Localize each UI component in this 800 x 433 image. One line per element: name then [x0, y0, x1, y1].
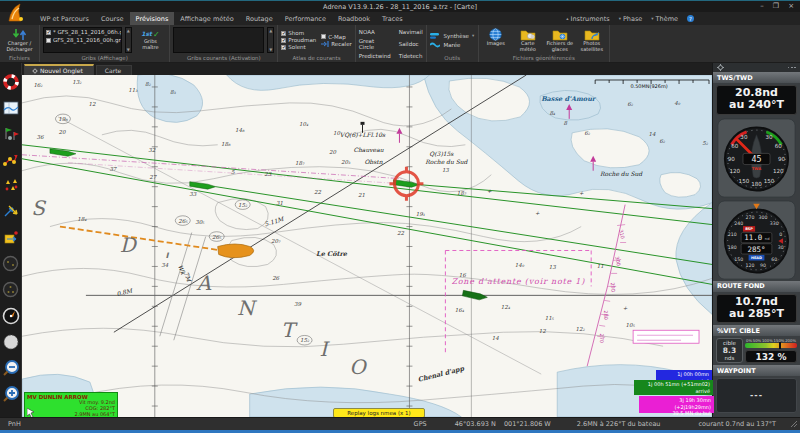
menu-tabs: WP et Parcours Course Prévisions Afficha… [34, 12, 409, 25]
svg-text:Zone d'attente (voir note 1): Zone d'attente (voir note 1) [451, 277, 585, 286]
waypoint-value: --- [716, 378, 797, 413]
marks-cluster-icon[interactable] [1, 175, 21, 196]
pan-tool-icon[interactable] [1, 331, 21, 352]
recaler-button[interactable]: Recaler [321, 41, 352, 47]
titlebar: Adrena V13.9.1.26 - 28_11_2016_a.trz - [… [0, 1, 800, 12]
scroll-down-icon[interactable]: ▼ [269, 47, 272, 52]
instrument-dial-icon[interactable] [1, 253, 21, 274]
zoom-in-button[interactable] [1, 383, 21, 404]
svg-text:Q(3)15s: Q(3)15s [429, 150, 454, 157]
maree-button[interactable]: Marée [430, 42, 474, 48]
group-label-gribs-affichage: Gribs (Affichage) [40, 55, 169, 62]
recaler-icon [321, 41, 329, 47]
svg-text:20: 20 [58, 129, 65, 135]
svg-text:18₄: 18₄ [77, 216, 87, 222]
gribs-list-scrollbar[interactable]: ▲▼ [125, 27, 131, 53]
menu-tab-routage[interactable]: Routage [240, 12, 279, 25]
svg-text:14₉: 14₉ [515, 262, 525, 268]
checkbox-checked-icon[interactable] [46, 30, 51, 35]
status-mode: PnH [8, 420, 21, 428]
checkbox-checked-icon[interactable] [281, 45, 286, 50]
svg-text:90: 90 [760, 263, 766, 268]
boat-track [60, 227, 222, 251]
checkbox-checked-icon[interactable] [281, 31, 286, 36]
chart-map-icon[interactable] [1, 97, 21, 118]
gribs-maitre-button[interactable]: 1st ✓ Gribs maître [135, 30, 167, 51]
charger-decharger-button[interactable]: Charger / Décharger [3, 28, 36, 53]
grib-item-00h[interactable]: GFS_28_11_2016_00h.grib2 [44, 36, 121, 44]
close-button[interactable]: × [788, 1, 794, 12]
menu-tab-traces[interactable]: Traces [376, 12, 409, 25]
menu-tab-roadbook[interactable]: Roadbook [332, 12, 376, 25]
theme-menu[interactable]: ▾Thème [651, 15, 678, 23]
nautical-chart[interactable]: 16₂13₂8₂11₃8₃1220363237273318₄3430₅3120₇… [22, 75, 712, 417]
group-gribs-courants: ▲▼ Gribs courants (Activation) [170, 25, 278, 62]
ribbon: Charger / Décharger Fichiers * GFS_28_11… [0, 25, 800, 63]
phase-menu[interactable]: ▾Phase [619, 15, 643, 23]
new-tab-icon [32, 68, 38, 74]
chart-area[interactable]: 16₂13₂8₂11₃8₃1220363237273318₄3430₅3120₇… [22, 75, 712, 417]
mob-lifebuoy-icon[interactable] [1, 71, 21, 92]
resize-grip-icon[interactable] [790, 420, 798, 428]
svg-text:12₂: 12₂ [576, 326, 586, 332]
checkbox-icon[interactable] [321, 34, 326, 39]
group-outils: Synthèse▾ Marée Outils [427, 25, 479, 62]
fournisseur-saildoc[interactable]: Saildoc [399, 41, 423, 47]
help-button[interactable]: ? [687, 15, 694, 22]
svg-text:14: 14 [649, 131, 656, 137]
check-solent[interactable]: Solent [281, 44, 316, 50]
start-line-icon[interactable] [1, 123, 21, 144]
own-boat[interactable] [218, 244, 254, 258]
grib-item-06h[interactable]: * GFS_28_11_2016_06h.grib2 [44, 28, 121, 36]
svg-text:A: A [196, 271, 212, 295]
images-button[interactable]: Images [482, 28, 510, 47]
carte-meteo-button[interactable]: Carte météo [514, 28, 542, 52]
svg-text:22: 22 [397, 230, 404, 236]
eta-box-magenta: 3j 19h 30mn (+2j19h29mn)39.5 MN du but [639, 396, 714, 413]
scroll-up-icon[interactable]: ▲ [269, 28, 272, 33]
fournisseur-predictwind[interactable]: Predictwind [359, 53, 391, 59]
instrument-dial2-icon[interactable] [1, 279, 21, 300]
menu-tab-affichage-meteo[interactable]: Affichage météo [174, 12, 239, 25]
synthese-button[interactable]: Synthèse▾ [430, 33, 474, 39]
tab-nouvel-onglet[interactable]: Nouvel Onglet [24, 64, 94, 75]
route-fond-label: ROUTE FOND [713, 281, 800, 292]
svg-text:270: 270 [599, 333, 605, 342]
check-cmap[interactable]: C-Map [321, 34, 352, 40]
svg-text:19₈: 19₈ [58, 116, 68, 122]
route-marks-icon[interactable] [1, 149, 21, 170]
svg-text:11₃: 11₃ [128, 87, 138, 93]
gribs-list[interactable]: * GFS_28_11_2016_06h.grib2 GFS_28_11_201… [43, 27, 122, 53]
maximize-button[interactable]: ❐ [773, 1, 779, 12]
menu-tab-wp-et-parcours[interactable]: WP et Parcours [34, 12, 95, 25]
gear-icon[interactable] [717, 64, 724, 71]
checkbox-icon[interactable] [46, 38, 51, 43]
checkbox-checked-icon[interactable] [281, 38, 286, 43]
gribs-courants-list[interactable] [173, 27, 264, 53]
menu-tab-previsions[interactable]: Prévisions [130, 12, 175, 25]
instruments-menu[interactable]: ▴Instruments [566, 15, 609, 23]
scroll-up-icon[interactable]: ▲ [127, 28, 130, 33]
gribs-courants-scrollbar[interactable]: ▲▼ [267, 27, 274, 53]
wind-arrows-icon[interactable] [1, 201, 21, 222]
menu-tab-performance[interactable]: Performance [279, 12, 332, 25]
svg-text:120: 120 [773, 168, 784, 174]
scroll-down-icon[interactable]: ▼ [127, 47, 130, 52]
regatta-box-icon[interactable] [1, 227, 21, 248]
group-label-georeferences: Fichiers géoréférencés [479, 55, 609, 62]
svg-text:15₂: 15₂ [300, 337, 310, 343]
fichiers-glaces-button[interactable]: Fichiers de glaces [546, 28, 574, 52]
photos-satellites-button[interactable]: Photos satellites [578, 28, 606, 52]
panel-options-icon[interactable] [788, 67, 796, 69]
svg-text:11: 11 [597, 263, 604, 269]
tab-carte[interactable]: Carte [96, 65, 132, 75]
fournisseur-tidetech[interactable]: Tidetech [399, 53, 423, 59]
minimize-button[interactable]: – [760, 1, 764, 12]
menu-tab-course[interactable]: Course [95, 12, 130, 25]
zoom-out-button[interactable] [1, 357, 21, 378]
fournisseur-great-circle[interactable]: Great Circle [359, 38, 391, 50]
fournisseur-navimail[interactable]: Navimail [399, 29, 423, 35]
fournisseur-noaa[interactable]: NOAA [359, 29, 391, 35]
wind-cone-icon[interactable] [1, 305, 21, 326]
svg-text:18₇: 18₇ [295, 160, 305, 166]
